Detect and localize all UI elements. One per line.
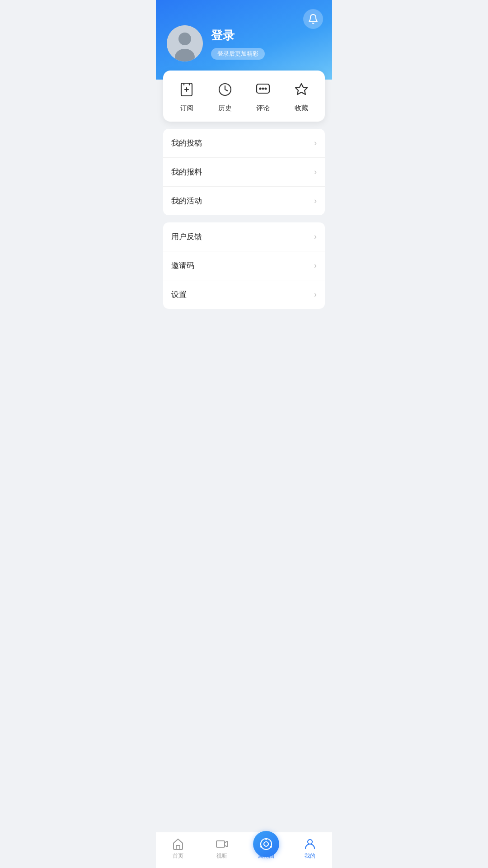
chevron-icon-settings: › bbox=[314, 290, 317, 299]
quick-actions-card: 订阅 历史 评论 bbox=[163, 71, 325, 122]
menu-label-invite: 邀请码 bbox=[171, 260, 194, 271]
menu-label-report: 我的报料 bbox=[171, 167, 202, 177]
chevron-icon-activity: › bbox=[314, 196, 317, 206]
avatar-icon bbox=[167, 25, 203, 61]
history-label: 历史 bbox=[218, 104, 232, 113]
quick-item-history[interactable]: 历史 bbox=[206, 80, 244, 113]
favorite-icon bbox=[291, 80, 311, 99]
menu-item-contribution[interactable]: 我的投稿 › bbox=[163, 129, 325, 158]
quick-item-comment[interactable]: 评论 bbox=[244, 80, 282, 113]
login-subtitle: 登录后更加精彩 bbox=[211, 48, 265, 60]
profile-info: 登录 登录后更加精彩 bbox=[211, 28, 265, 60]
quick-item-favorite[interactable]: 收藏 bbox=[282, 80, 321, 113]
svg-point-6 bbox=[260, 88, 261, 90]
menu-label-settings: 设置 bbox=[171, 289, 187, 300]
chevron-icon-invite: › bbox=[314, 261, 317, 270]
login-title: 登录 bbox=[211, 28, 265, 43]
svg-marker-9 bbox=[296, 84, 307, 94]
chevron-icon-feedback: › bbox=[314, 232, 317, 241]
history-icon bbox=[215, 80, 235, 99]
menu-label-contribution: 我的投稿 bbox=[171, 138, 202, 148]
bell-icon bbox=[308, 14, 319, 24]
favorite-label: 收藏 bbox=[295, 104, 308, 113]
menu-group-1: 我的投稿 › 我的报料 › 我的活动 › bbox=[163, 129, 325, 215]
menu-group-2: 用户反馈 › 邀请码 › 设置 › bbox=[163, 222, 325, 309]
header-bg: 登录 登录后更加精彩 bbox=[156, 0, 332, 80]
menu-item-invite[interactable]: 邀请码 › bbox=[163, 251, 325, 280]
chevron-icon-report: › bbox=[314, 167, 317, 177]
quick-item-subscribe[interactable]: 订阅 bbox=[168, 80, 206, 113]
svg-point-7 bbox=[263, 88, 264, 90]
comment-label: 评论 bbox=[256, 104, 270, 113]
subscribe-label: 订阅 bbox=[180, 104, 193, 113]
comment-icon bbox=[253, 80, 273, 99]
menu-item-settings[interactable]: 设置 › bbox=[163, 280, 325, 309]
bell-button[interactable] bbox=[303, 9, 323, 29]
svg-point-8 bbox=[265, 88, 267, 90]
menu-label-activity: 我的活动 bbox=[171, 196, 202, 206]
menu-item-activity[interactable]: 我的活动 › bbox=[163, 187, 325, 215]
menu-item-feedback[interactable]: 用户反馈 › bbox=[163, 222, 325, 251]
menu-label-feedback: 用户反馈 bbox=[171, 231, 202, 242]
subscribe-icon bbox=[177, 80, 197, 99]
chevron-icon-contribution: › bbox=[314, 138, 317, 148]
menu-item-report[interactable]: 我的报料 › bbox=[163, 158, 325, 187]
svg-point-1 bbox=[178, 33, 191, 45]
profile-row[interactable]: 登录 登录后更加精彩 bbox=[167, 25, 321, 61]
avatar bbox=[167, 25, 203, 61]
